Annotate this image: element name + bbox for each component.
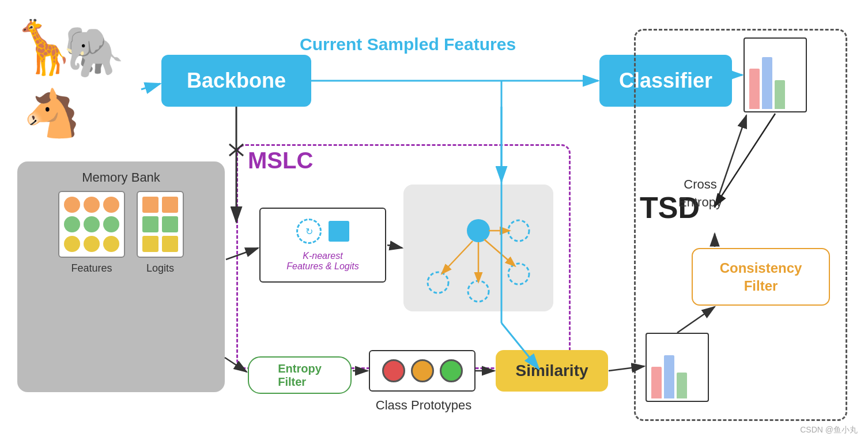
bar-pink [749,69,760,109]
knearest-label-line2: Features & Logits [286,261,358,271]
dot [84,216,100,232]
features-table [58,191,125,258]
main-canvas: 🦒 🐘 🐴 Current Sampled Features Backbone … [0,0,868,440]
graph-area [403,185,553,311]
dot [64,236,80,252]
center-node [467,219,490,242]
consistency-filter-label: Consistency Filter [720,259,802,295]
logits-section: Logits [137,191,184,274]
bar-blue [762,57,772,109]
rect-cell [142,236,158,252]
ef-line1: Entropy [278,362,322,375]
node1 [428,272,448,293]
svg-line-2 [484,239,514,265]
memory-bank-title: Memory Bank [82,170,160,185]
memory-bank: Memory Bank Features [17,161,225,392]
logits-table [137,191,184,258]
backbone-box: Backbone [161,55,311,107]
class-prototypes-label: Class Prototypes [357,398,490,413]
bar-pink [651,367,662,398]
entropy-filter-box: Entropy Filter [248,356,352,394]
knearest-inner: ↻ [296,219,349,244]
bar-blue [664,355,674,398]
rect-cell [162,236,178,252]
entropy-filter-label: Entropy Filter [278,362,322,389]
similarity-label: Similarity [515,362,588,380]
backbone-label: Backbone [187,69,286,93]
knearest-label: K-nearest Features & Logits [286,251,358,272]
elephant-icon: 🐘 [63,23,124,81]
node3 [508,264,529,284]
class-prototypes-box [369,350,475,392]
rect-cell [142,197,158,213]
dot [84,197,100,213]
cf-line1: Consistency [720,260,802,276]
knearest-box: ↻ K-nearest Features & Logits [259,208,386,283]
proto-circle-green [440,359,463,382]
knearest-label-line1: K-nearest [303,251,342,261]
bar-chart-top [744,37,807,112]
features-label: Features [71,262,112,274]
arrows-icon: ↻ [305,226,313,237]
bar-green [677,373,687,398]
dot [84,236,100,252]
rect-cell [162,216,178,232]
rect-cell [142,216,158,232]
bar-chart-bottom [646,333,709,402]
bar-green [775,80,785,109]
logits-label: Logits [146,262,174,274]
svg-line-0 [443,241,473,273]
watermark: CSDN @鱼小丸 [800,425,858,435]
cf-line2: Filter [744,278,778,294]
dot [64,216,80,232]
dash-circle-icon: ↻ [296,219,322,244]
mslc-title: MSLC [248,148,313,174]
proto-circle-orange [411,359,434,382]
node4 [508,220,529,241]
features-section: Features [58,191,125,274]
graph-svg [403,185,553,311]
proto-circle-red [382,359,405,382]
blue-square-icon [329,221,349,242]
memory-tables: Features Logits [58,191,184,274]
dot [103,197,119,213]
cross-entropy-line1: Cross [684,177,716,191]
dot [103,236,119,252]
consistency-filter-box: Consistency Filter [692,248,830,306]
cross-entropy-label: Cross Entropy [660,176,741,212]
current-sampled-features-label: Current Sampled Features [300,35,516,54]
rect-cell [162,197,178,213]
similarity-box: Similarity [496,350,608,392]
ef-line2: Filter [278,375,306,388]
node2 [468,281,489,302]
horse-icon: 🐴 [23,87,81,141]
cross-entropy-line2: Entropy [678,195,722,209]
dot [64,197,80,213]
dot [103,216,119,232]
animals-group: 🦒 🐘 🐴 [6,17,150,150]
